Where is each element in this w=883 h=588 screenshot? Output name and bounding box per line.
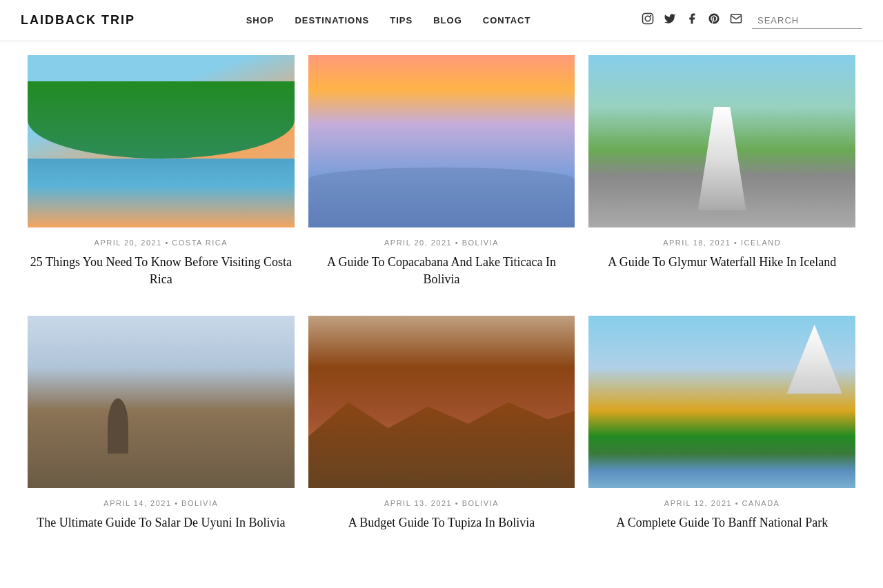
card-meta: APRIL 14, 2021 • BOLIVIA xyxy=(28,499,295,507)
card-image xyxy=(308,55,575,227)
article-card[interactable]: APRIL 13, 2021 • BOLIVIA A Budget Guide … xyxy=(301,316,582,559)
card-title[interactable]: A Complete Guide To Banff National Park xyxy=(588,514,855,531)
facebook-icon[interactable] xyxy=(686,12,698,28)
social-icons xyxy=(642,12,862,29)
card-location: BOLIVIA xyxy=(462,499,499,507)
card-title[interactable]: A Budget Guide To Tupiza In Bolivia xyxy=(308,514,575,531)
card-separator: • xyxy=(175,499,181,507)
card-meta: APRIL 13, 2021 • BOLIVIA xyxy=(308,499,575,507)
card-location: CANADA xyxy=(742,499,780,507)
card-date: APRIL 20, 2021 xyxy=(95,239,162,247)
card-image xyxy=(588,55,855,227)
card-separator: • xyxy=(735,499,742,507)
nav-contact[interactable]: CONTACT xyxy=(483,15,531,26)
nav-tips[interactable]: TIPS xyxy=(390,15,413,26)
card-location: ICELAND xyxy=(741,239,781,247)
svg-point-1 xyxy=(645,16,651,21)
nav-blog[interactable]: BLOG xyxy=(433,15,462,26)
card-title[interactable]: The Ultimate Guide To Salar De Uyuni In … xyxy=(28,514,295,531)
pinterest-icon[interactable] xyxy=(708,12,720,28)
card-meta: APRIL 20, 2021 • BOLIVIA xyxy=(308,239,575,247)
card-date: APRIL 14, 2021 xyxy=(103,499,171,507)
articles-grid: APRIL 20, 2021 • COSTA RICA 25 Things Yo… xyxy=(0,55,883,560)
card-meta: APRIL 20, 2021 • COSTA RICA xyxy=(28,239,295,247)
card-separator: • xyxy=(455,239,462,247)
main-nav: SHOP DESTINATIONS TIPS BLOG CONTACT xyxy=(246,15,531,26)
card-image xyxy=(28,316,295,488)
card-date: APRIL 12, 2021 xyxy=(664,499,732,507)
nav-shop[interactable]: SHOP xyxy=(246,15,275,26)
article-card[interactable]: APRIL 20, 2021 • BOLIVIA A Guide To Copa… xyxy=(301,55,582,316)
card-date: APRIL 18, 2021 xyxy=(663,239,731,247)
site-header: LAIDBACK TRIP SHOP DESTINATIONS TIPS BLO… xyxy=(0,0,883,41)
card-meta: APRIL 18, 2021 • ICELAND xyxy=(588,239,855,247)
article-card[interactable]: APRIL 18, 2021 • ICELAND A Guide To Glym… xyxy=(582,55,862,316)
card-location: BOLIVIA xyxy=(462,239,499,247)
card-image xyxy=(588,316,855,488)
card-meta: APRIL 12, 2021 • CANADA xyxy=(588,499,855,507)
card-separator: • xyxy=(734,239,741,247)
main-content: APRIL 20, 2021 • COSTA RICA 25 Things Yo… xyxy=(0,55,883,560)
card-separator: • xyxy=(165,239,172,247)
card-image xyxy=(28,55,295,227)
logo[interactable]: LAIDBACK TRIP xyxy=(21,13,135,28)
card-image xyxy=(308,316,575,488)
card-title[interactable]: A Guide To Glymur Waterfall Hike In Icel… xyxy=(588,254,855,271)
article-card[interactable]: APRIL 14, 2021 • BOLIVIA The Ultimate Gu… xyxy=(21,316,301,559)
svg-rect-0 xyxy=(642,14,653,24)
twitter-icon[interactable] xyxy=(664,12,676,28)
card-location: COSTA RICA xyxy=(172,239,228,247)
email-icon[interactable] xyxy=(730,12,742,28)
nav-destinations[interactable]: DESTINATIONS xyxy=(295,15,369,26)
card-date: APRIL 20, 2021 xyxy=(384,239,452,247)
card-location: BOLIVIA xyxy=(181,499,218,507)
svg-point-2 xyxy=(650,15,651,17)
card-separator: • xyxy=(455,499,462,507)
search-input[interactable] xyxy=(752,12,862,29)
article-card[interactable]: APRIL 12, 2021 • CANADA A Complete Guide… xyxy=(582,316,862,559)
card-title[interactable]: 25 Things You Need To Know Before Visiti… xyxy=(28,254,295,288)
instagram-icon[interactable] xyxy=(642,12,654,28)
article-card[interactable]: APRIL 20, 2021 • COSTA RICA 25 Things Yo… xyxy=(21,55,301,316)
card-date: APRIL 13, 2021 xyxy=(384,499,452,507)
card-title[interactable]: A Guide To Copacabana And Lake Titicaca … xyxy=(308,254,575,288)
